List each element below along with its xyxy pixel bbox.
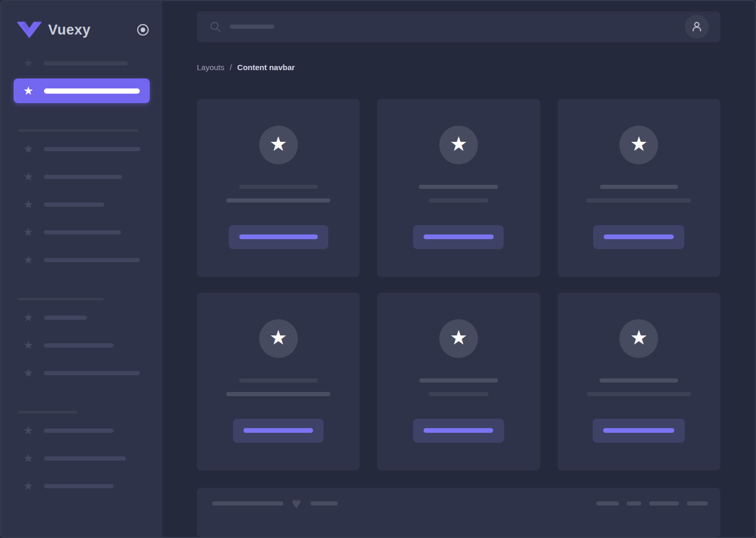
skeleton-label <box>44 484 114 488</box>
star-icon: ★ <box>22 254 35 266</box>
sidebar-item[interactable]: ★ <box>1 311 162 324</box>
sidebar-header: Vuexy <box>17 21 150 39</box>
sidebar: Vuexy ★ ★ ★ ★ ★ ★ <box>1 1 162 537</box>
star-icon: ★ <box>22 226 35 239</box>
star-avatar: ★ <box>619 319 658 358</box>
menu-pin-toggle-icon[interactable] <box>136 23 150 37</box>
skeleton-text-line <box>239 378 318 383</box>
skeleton-label <box>44 316 87 320</box>
card-action-button[interactable] <box>593 225 684 249</box>
skeleton-text-line <box>419 185 498 189</box>
sidebar-item[interactable]: ★ <box>1 57 162 70</box>
breadcrumb: Layouts / Content navbar <box>197 62 720 73</box>
sidebar-item-active[interactable]: ★ <box>14 79 150 103</box>
card-action-button[interactable] <box>233 419 324 443</box>
button-label-skeleton <box>424 234 494 239</box>
top-navbar <box>197 12 720 42</box>
skeleton-text-line <box>310 501 338 506</box>
star-icon: ★ <box>22 480 35 492</box>
placeholder-card: ★ <box>197 293 360 470</box>
skeleton-label <box>44 88 140 94</box>
placeholder-card: ★ <box>558 99 720 277</box>
button-label-skeleton <box>243 428 313 433</box>
sidebar-item[interactable]: ★ <box>1 452 162 465</box>
user-avatar[interactable] <box>685 15 709 39</box>
footer-left: ♥ <box>212 497 338 510</box>
skeleton-text-line <box>226 198 330 203</box>
footer-link-skeleton[interactable] <box>627 501 641 506</box>
skeleton-text-line <box>587 392 691 396</box>
placeholder-card: ★ <box>558 293 720 470</box>
sidebar-item[interactable]: ★ <box>1 254 162 266</box>
skeleton-label <box>44 258 140 262</box>
footer-links <box>596 501 708 506</box>
sidebar-section-heading <box>18 411 77 413</box>
button-label-skeleton <box>424 428 493 433</box>
star-icon: ★ <box>450 328 468 350</box>
sidebar-item[interactable]: ★ <box>1 143 162 155</box>
card-action-button[interactable] <box>593 419 685 443</box>
skeleton-label <box>44 203 104 207</box>
star-icon: ★ <box>22 452 35 465</box>
placeholder-card: ★ <box>377 99 540 277</box>
skeleton-text-line <box>212 501 283 506</box>
button-label-skeleton <box>604 234 674 239</box>
page-title: Content navbar <box>237 63 295 72</box>
sidebar-section-heading <box>18 298 104 300</box>
star-icon: ★ <box>450 134 468 156</box>
card-action-button[interactable] <box>413 419 504 443</box>
card-grid: ★ ★ ★ <box>197 99 720 470</box>
search-input[interactable] <box>209 21 685 33</box>
skeleton-label <box>44 175 122 179</box>
skeleton-text-line <box>226 392 330 396</box>
star-icon: ★ <box>270 328 287 350</box>
skeleton-label <box>44 61 128 65</box>
sidebar-item[interactable]: ★ <box>1 171 162 183</box>
sidebar-item[interactable]: ★ <box>1 339 162 352</box>
sidebar-item[interactable]: ★ <box>1 480 162 492</box>
skeleton-text-line <box>239 185 318 189</box>
sidebar-section-heading <box>18 129 139 132</box>
main-content: Layouts / Content navbar ★ ★ <box>162 1 755 537</box>
placeholder-card: ★ <box>377 293 540 470</box>
skeleton-text-line <box>599 378 678 383</box>
person-icon <box>691 20 703 33</box>
search-icon <box>209 21 221 33</box>
star-icon: ★ <box>270 134 287 156</box>
star-icon: ★ <box>630 134 648 156</box>
skeleton-label <box>44 230 121 234</box>
button-label-skeleton <box>239 234 318 239</box>
app-frame: Vuexy ★ ★ ★ ★ ★ ★ <box>0 0 756 538</box>
heart-icon: ♥ <box>292 497 301 510</box>
breadcrumb-parent[interactable]: Layouts <box>197 63 225 72</box>
skeleton-text-line <box>419 378 498 383</box>
star-avatar: ★ <box>439 126 478 164</box>
footer-link-skeleton[interactable] <box>687 501 708 506</box>
search-placeholder-skeleton <box>230 25 274 29</box>
skeleton-text-line <box>429 198 488 203</box>
star-icon: ★ <box>22 57 35 70</box>
skeleton-label <box>44 371 140 375</box>
star-icon: ★ <box>22 143 35 155</box>
star-avatar: ★ <box>619 126 658 164</box>
skeleton-text-line <box>429 392 488 396</box>
star-icon: ★ <box>22 85 35 97</box>
placeholder-card: ★ <box>197 99 360 277</box>
vuexy-logo-icon <box>17 21 42 38</box>
footer-link-skeleton[interactable] <box>596 501 619 506</box>
breadcrumb-separator: / <box>230 63 232 72</box>
star-avatar: ★ <box>259 126 298 164</box>
sidebar-item[interactable]: ★ <box>1 198 162 211</box>
footer-link-skeleton[interactable] <box>649 501 679 506</box>
button-label-skeleton <box>603 428 674 433</box>
card-action-button[interactable] <box>413 225 504 249</box>
card-action-button[interactable] <box>229 225 328 249</box>
sidebar-item[interactable]: ★ <box>1 424 162 437</box>
star-icon: ★ <box>22 171 35 183</box>
app-title: Vuexy <box>48 22 136 38</box>
sidebar-item[interactable]: ★ <box>1 367 162 379</box>
sidebar-item[interactable]: ★ <box>1 226 162 239</box>
star-icon: ★ <box>22 198 35 211</box>
star-avatar: ★ <box>439 319 478 358</box>
skeleton-label <box>44 456 126 461</box>
